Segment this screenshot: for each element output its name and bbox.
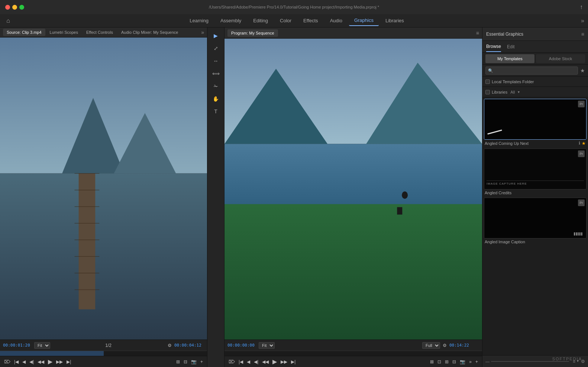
source-fit-dropdown[interactable]: Fit bbox=[34, 342, 50, 349]
selection-tool-btn[interactable]: ▶ bbox=[211, 30, 221, 41]
eg-title: Essential Graphics bbox=[486, 32, 581, 37]
source-step-back2[interactable]: ◀| bbox=[28, 358, 35, 365]
menu-item-audio[interactable]: Audio bbox=[325, 16, 348, 26]
prog-mark-in[interactable]: ⌦ bbox=[227, 358, 236, 365]
razor-tool-btn[interactable]: ✁ bbox=[211, 81, 221, 91]
menu-overflow-button[interactable]: » bbox=[577, 17, 588, 24]
menu-item-assembly[interactable]: Assembly bbox=[215, 16, 246, 26]
menu-item-libraries[interactable]: Libraries bbox=[380, 16, 409, 26]
program-timecode-bar[interactable] bbox=[224, 351, 482, 356]
source-add-btn[interactable]: + bbox=[199, 358, 204, 365]
tab-audio-clip-mixer[interactable]: Audio Clip Mixer: My Sequence bbox=[117, 29, 182, 36]
type-tool-btn[interactable]: T bbox=[211, 106, 221, 117]
source-timecode[interactable]: 00:00:01:20 bbox=[3, 343, 33, 348]
prog-lift-btn[interactable]: ⊠ bbox=[429, 358, 435, 365]
source-progress-indicator bbox=[0, 351, 104, 356]
template-badge-1: Pr bbox=[578, 150, 585, 157]
eg-star-filter-icon[interactable]: ★ bbox=[580, 68, 585, 74]
left-panel: Source: Clip 3.mp4 Lumetri Scopes Effect… bbox=[0, 27, 207, 367]
prog-camera-btn[interactable]: 📷 bbox=[459, 358, 466, 365]
template-thumb-angled-coming-up-next[interactable]: Pr bbox=[484, 99, 587, 140]
program-canvas bbox=[224, 39, 482, 340]
rate-stretch-tool-btn[interactable]: ⟺ bbox=[211, 68, 221, 79]
home-button[interactable]: ⌂ bbox=[0, 14, 16, 27]
menu-item-learning[interactable]: Learning bbox=[184, 16, 214, 26]
prog-fwd-frame[interactable]: ▶| bbox=[290, 358, 297, 365]
libraries-dropdown-icon[interactable]: ▾ bbox=[518, 90, 520, 94]
template-item-angled-coming-up-next[interactable]: Pr Angled Coming Up Next ℹ ★ bbox=[484, 99, 587, 147]
tab-effect-controls[interactable]: Effect Controls bbox=[83, 29, 117, 36]
tab-lumetri-scopes[interactable]: Lumetri Scopes bbox=[46, 29, 82, 36]
source-video-preview bbox=[0, 38, 207, 340]
source-overwrite-btn[interactable]: ⊟ bbox=[182, 358, 188, 365]
source-frame-info: 1/2 bbox=[104, 342, 113, 349]
template-item-angled-credits[interactable]: IMAGE CAPTURE HERE Pr Angled Credits bbox=[484, 149, 587, 196]
eg-sub-tab-my-templates[interactable]: My Templates bbox=[485, 54, 534, 63]
local-templates-checkbox[interactable] bbox=[485, 79, 490, 84]
close-button[interactable] bbox=[5, 5, 10, 10]
eg-menu-icon[interactable]: ≡ bbox=[581, 31, 584, 37]
source-fwd-frame[interactable]: ▶| bbox=[65, 358, 72, 365]
source-back-frame[interactable]: ◀ bbox=[21, 358, 27, 365]
template-name-0: Angled Coming Up Next bbox=[485, 141, 529, 146]
menu-item-effects[interactable]: Effects bbox=[298, 16, 323, 26]
prog-overwrite-btn[interactable]: ⊟ bbox=[451, 358, 457, 365]
main-layout: Source: Clip 3.mp4 Lumetri Scopes Effect… bbox=[0, 27, 588, 367]
source-play-btn[interactable]: ▶ bbox=[47, 357, 54, 366]
libraries-checkbox[interactable] bbox=[485, 90, 490, 94]
template-star-icon-0[interactable]: ★ bbox=[582, 141, 586, 146]
source-back-btn[interactable]: ◀◀ bbox=[36, 358, 45, 365]
eg-search-input[interactable] bbox=[485, 66, 578, 75]
source-step-back[interactable]: |◀ bbox=[13, 358, 20, 365]
prog-play-btn[interactable]: ▶ bbox=[271, 357, 278, 366]
maximize-button[interactable] bbox=[19, 5, 24, 10]
eg-sub-tab-adobe-stock[interactable]: Adobe Stock bbox=[536, 54, 585, 63]
prog-step-back2[interactable]: ◀| bbox=[253, 358, 259, 365]
eg-search-bar: ★ bbox=[482, 65, 588, 77]
hand-tool-btn[interactable]: ✋ bbox=[211, 94, 221, 104]
prog-overflow-btn[interactable]: » bbox=[468, 358, 473, 365]
ripple-edit-tool-btn[interactable]: ↔ bbox=[211, 56, 221, 66]
libraries-checkbox-label[interactable]: Libraries bbox=[485, 90, 507, 94]
source-insert-btn[interactable]: ⊞ bbox=[175, 358, 181, 365]
source-timecode-bar[interactable] bbox=[0, 351, 207, 356]
template-preview-angled-coming bbox=[484, 99, 586, 139]
panel-overflow-icon[interactable]: » bbox=[201, 29, 204, 35]
eg-tab-edit[interactable]: Edit bbox=[507, 42, 515, 52]
template-item-angled-image-caption[interactable]: ▌▌▌▌▌ Pr Angled Image Caption bbox=[484, 198, 587, 245]
program-settings-icon[interactable]: ⚙ bbox=[442, 342, 448, 349]
program-quality-dropdown[interactable]: Full bbox=[422, 342, 440, 349]
prog-extract-btn[interactable]: ⊡ bbox=[436, 358, 442, 365]
prog-back-btn[interactable]: ◀◀ bbox=[261, 358, 270, 365]
track-select-tool-btn[interactable]: ⤢ bbox=[211, 43, 221, 53]
essential-graphics-panel: Essential Graphics ≡ Browse Edit My Temp… bbox=[482, 27, 588, 367]
prog-step-back[interactable]: |◀ bbox=[238, 358, 244, 365]
program-panel-overflow[interactable]: ≡ bbox=[476, 30, 479, 36]
prog-insert-btn[interactable]: ⊞ bbox=[444, 358, 450, 365]
program-fit-dropdown[interactable]: Fit bbox=[259, 342, 275, 349]
minimize-button[interactable] bbox=[12, 5, 17, 10]
source-mark-in[interactable]: ⌦ bbox=[3, 358, 12, 365]
tab-program-sequence[interactable]: Program: My Sequence bbox=[227, 29, 278, 37]
menu-item-color[interactable]: Color bbox=[275, 16, 297, 26]
local-templates-checkbox-label[interactable]: Local Templates Folder bbox=[485, 79, 534, 84]
template-badge-2: Pr bbox=[578, 199, 585, 206]
prog-fwd-btn[interactable]: ▶▶ bbox=[280, 358, 288, 365]
eg-local-templates-filter: Local Templates Folder bbox=[482, 77, 588, 87]
source-settings-icon[interactable]: ⚙ bbox=[167, 342, 173, 349]
eg-tab-browse[interactable]: Browse bbox=[486, 42, 501, 52]
prog-add-btn[interactable]: + bbox=[474, 358, 479, 365]
program-timecode[interactable]: 00:00:00:00 bbox=[227, 343, 257, 348]
menu-item-editing[interactable]: Editing bbox=[248, 16, 273, 26]
source-monitor: 00:00:01:20 Fit 1/2 ⚙ 00:00:04:12 ⌦ |◀ ◀… bbox=[0, 38, 207, 367]
source-camera-btn[interactable]: 📷 bbox=[190, 358, 198, 365]
template-thumb-angled-credits[interactable]: IMAGE CAPTURE HERE Pr bbox=[484, 149, 587, 189]
source-duration: 00:00:04:12 bbox=[174, 343, 204, 348]
prog-back-frame[interactable]: ◀ bbox=[246, 358, 251, 365]
tab-source-clip[interactable]: Source: Clip 3.mp4 bbox=[3, 29, 45, 36]
share-button[interactable]: ↑ bbox=[580, 4, 583, 10]
template-thumb-angled-image-caption[interactable]: ▌▌▌▌▌ Pr bbox=[484, 198, 587, 238]
menu-item-graphics[interactable]: Graphics bbox=[349, 15, 379, 26]
source-forward-btn[interactable]: ▶▶ bbox=[55, 358, 64, 365]
template-info-icon-0[interactable]: ℹ bbox=[579, 141, 580, 146]
